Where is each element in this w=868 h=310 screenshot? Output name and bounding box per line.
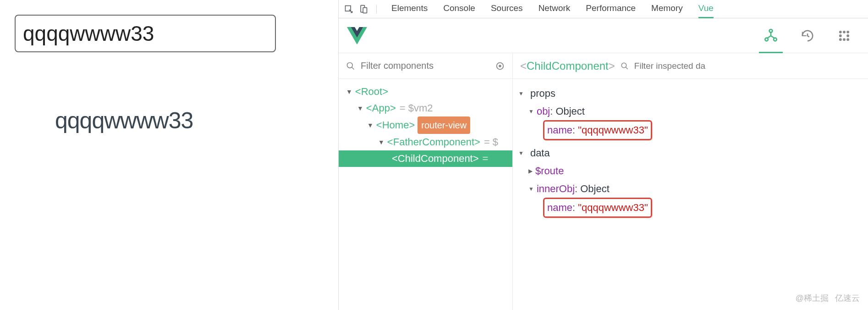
svg-point-16 xyxy=(499,65,501,67)
devtools-pane: Elements Console Sources Network Perform… xyxy=(338,0,868,310)
device-toggle-icon[interactable] xyxy=(357,3,370,16)
vue-logo-icon xyxy=(347,26,367,46)
tree-node-father[interactable]: ▼ <FatherComponent> = $ xyxy=(339,134,512,150)
highlight-box: name:"qqqqwwww33" xyxy=(543,120,652,140)
tab-sources[interactable]: Sources xyxy=(491,0,523,18)
vm-ref: = $vm2 xyxy=(400,100,433,116)
tab-memory[interactable]: Memory xyxy=(651,0,683,18)
component-tree-pane: ▼ <Root> ▼ <App> = $vm2 ▼ <Home> router-… xyxy=(339,53,513,310)
application-pane: qqqqwwww33 xyxy=(0,0,338,310)
prop-obj[interactable]: obj:Object xyxy=(518,102,863,120)
svg-point-17 xyxy=(621,63,626,68)
svg-point-11 xyxy=(839,38,842,41)
svg-point-14 xyxy=(347,62,353,68)
devtools-tabs: Elements Console Sources Network Perform… xyxy=(391,0,714,18)
prop-innerObj[interactable]: innerObj:Object xyxy=(518,180,863,198)
vm-ref: = xyxy=(483,150,489,167)
component-name: ChildComponent xyxy=(398,153,473,164)
tree-node-home[interactable]: ▼ <Home> router-view xyxy=(339,116,512,134)
tab-elements[interactable]: Elements xyxy=(391,0,428,18)
section-props[interactable]: props xyxy=(518,84,863,102)
svg-point-13 xyxy=(846,38,849,41)
devtools-toolbar: Elements Console Sources Network Perform… xyxy=(339,0,868,18)
separator xyxy=(376,5,377,14)
tree-node-app[interactable]: ▼ <App> = $vm2 xyxy=(339,100,512,116)
svg-point-7 xyxy=(843,30,846,33)
vm-ref: = $ xyxy=(484,134,498,150)
search-icon xyxy=(346,61,355,71)
component-name: FatherComponent xyxy=(393,136,474,148)
watermark-text-1: @稀土掘 xyxy=(796,293,829,304)
tab-network[interactable]: Network xyxy=(538,0,571,18)
components-tab-icon[interactable] xyxy=(761,26,781,46)
filter-inspected-input[interactable] xyxy=(634,61,861,71)
timeline-tab-icon[interactable] xyxy=(797,26,818,46)
svg-point-3 xyxy=(769,29,773,33)
text-input[interactable] xyxy=(23,21,268,46)
svg-point-6 xyxy=(839,30,842,33)
tree-node-root[interactable]: ▼ <Root> xyxy=(339,83,512,100)
component-name: Home xyxy=(382,119,409,131)
prop-innerObj-name[interactable]: name:"qqqqwwww33" xyxy=(518,198,863,218)
display-text: qqqqwwww33 xyxy=(55,107,324,134)
tab-vue[interactable]: Vue xyxy=(698,0,714,18)
section-data[interactable]: data xyxy=(518,144,863,162)
prop-route[interactable]: $route xyxy=(518,162,863,180)
inspector-content: props obj:Object name:"qqqqwwww33" data … xyxy=(513,79,868,310)
input-container xyxy=(15,15,276,52)
inspector-header: <ChildComponent> xyxy=(513,53,868,79)
inspect-element-icon[interactable] xyxy=(342,3,355,16)
svg-point-10 xyxy=(846,34,849,37)
svg-point-8 xyxy=(846,30,849,33)
inspected-component-title: <ChildComponent> xyxy=(520,60,615,72)
filter-components-input[interactable] xyxy=(361,61,489,71)
inspector-pane: <ChildComponent> props obj:Object name:"… xyxy=(513,53,868,310)
tree-search-bar xyxy=(339,53,512,79)
watermark: @稀土掘 亿速云 xyxy=(796,293,860,304)
tab-performance[interactable]: Performance xyxy=(586,0,636,18)
svg-point-9 xyxy=(839,34,842,37)
watermark-text-2: 亿速云 xyxy=(835,293,860,304)
vue-body: ▼ <Root> ▼ <App> = $vm2 ▼ <Home> router-… xyxy=(339,53,868,310)
component-name: App xyxy=(372,102,390,114)
tree-node-child[interactable]: <ChildComponent> = xyxy=(339,150,512,167)
prop-obj-name[interactable]: name:"qqqqwwww33" xyxy=(518,120,863,140)
settings-tab-icon[interactable] xyxy=(834,26,854,46)
component-name: Root xyxy=(361,86,382,97)
vue-tab-icons xyxy=(761,26,860,46)
highlight-box: name:"qqqqwwww33" xyxy=(543,198,652,218)
tab-console[interactable]: Console xyxy=(443,0,475,18)
vue-devtools-bar xyxy=(339,18,868,53)
svg-point-12 xyxy=(843,38,846,41)
component-tree: ▼ <Root> ▼ <App> = $vm2 ▼ <Home> router-… xyxy=(339,79,512,310)
locate-icon[interactable] xyxy=(495,61,505,71)
router-view-badge: router-view xyxy=(418,116,470,134)
svg-rect-2 xyxy=(363,7,367,13)
search-icon xyxy=(621,62,629,70)
